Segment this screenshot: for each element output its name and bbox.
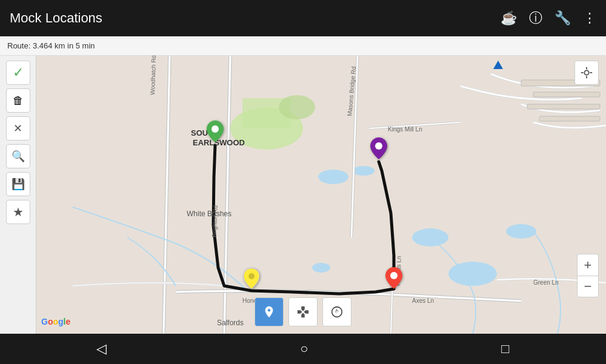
svg-point-3 [279, 95, 315, 119]
bottom-navigation: ◁ ○ □ [0, 334, 606, 364]
recents-button[interactable]: □ [501, 341, 509, 357]
map-mode-controls [255, 297, 351, 326]
coffee-icon[interactable]: ☕ [501, 10, 517, 26]
compass-mode-button[interactable] [322, 297, 351, 326]
my-location-button[interactable] [574, 61, 599, 85]
svg-point-38 [211, 125, 219, 133]
purple-map-pin[interactable] [370, 137, 387, 164]
svg-text:White Bushes: White Bushes [187, 210, 231, 218]
back-button[interactable]: ◁ [96, 341, 107, 357]
zoom-controls: + − [577, 254, 599, 297]
check-button[interactable]: ✓ [6, 61, 30, 85]
route-text: Route: 3.464 km in 5 min [7, 41, 95, 50]
zoom-in-button[interactable]: + [577, 254, 599, 276]
map-container[interactable]: Woodhatch Rd Brighton Rd Masons Bridge R… [36, 56, 606, 334]
save-button[interactable]: 💾 [6, 172, 30, 196]
svg-point-7 [448, 262, 497, 286]
svg-point-5 [353, 166, 375, 176]
map-pin-mode-button[interactable] [255, 297, 284, 326]
home-button[interactable]: ○ [300, 341, 308, 357]
search-button[interactable]: 🔍 [6, 144, 30, 168]
topbar: Mock Locations ☕ ⓘ 🔧 ⋮ [0, 0, 606, 36]
wrench-icon[interactable]: 🔧 [554, 10, 571, 26]
yellow-map-pin[interactable] [244, 268, 259, 293]
svg-rect-37 [539, 116, 600, 121]
game-mode-button[interactable] [288, 297, 318, 326]
map-svg: Woodhatch Rd Brighton Rd Masons Bridge R… [36, 56, 606, 334]
svg-point-4 [318, 170, 348, 184]
svg-text:Salfords: Salfords [217, 319, 244, 327]
svg-point-8 [506, 224, 536, 239]
svg-text:Woodhatch Rd: Woodhatch Rd [149, 56, 157, 95]
svg-text:Kings Mill Ln: Kings Mill Ln [388, 126, 422, 133]
zoom-out-button[interactable]: − [577, 276, 599, 297]
topbar-icons: ☕ ⓘ 🔧 ⋮ [501, 9, 596, 27]
svg-point-40 [248, 273, 255, 279]
green-map-pin[interactable] [207, 121, 224, 147]
svg-rect-35 [533, 92, 600, 97]
svg-point-39 [375, 142, 382, 150]
svg-rect-36 [527, 104, 600, 109]
more-icon[interactable]: ⋮ [583, 10, 596, 26]
red-map-pin[interactable] [385, 267, 402, 293]
google-logo: Google [41, 317, 70, 326]
app-title: Mock Locations [10, 10, 102, 26]
svg-text:Axes Ln: Axes Ln [412, 297, 434, 304]
bookmark-button[interactable]: ★ [6, 200, 30, 224]
svg-point-9 [312, 263, 330, 273]
svg-point-41 [390, 272, 398, 279]
svg-text:Green Ln: Green Ln [533, 279, 559, 286]
clear-button[interactable]: ✕ [6, 116, 30, 141]
trash-button[interactable]: 🗑 [6, 88, 30, 113]
info-icon[interactable]: ⓘ [529, 9, 542, 27]
route-info-bar: Route: 3.464 km in 5 min [0, 36, 606, 56]
left-toolbar: ✓ 🗑 ✕ 🔍 💾 ★ [0, 56, 36, 334]
svg-point-42 [584, 70, 588, 74]
